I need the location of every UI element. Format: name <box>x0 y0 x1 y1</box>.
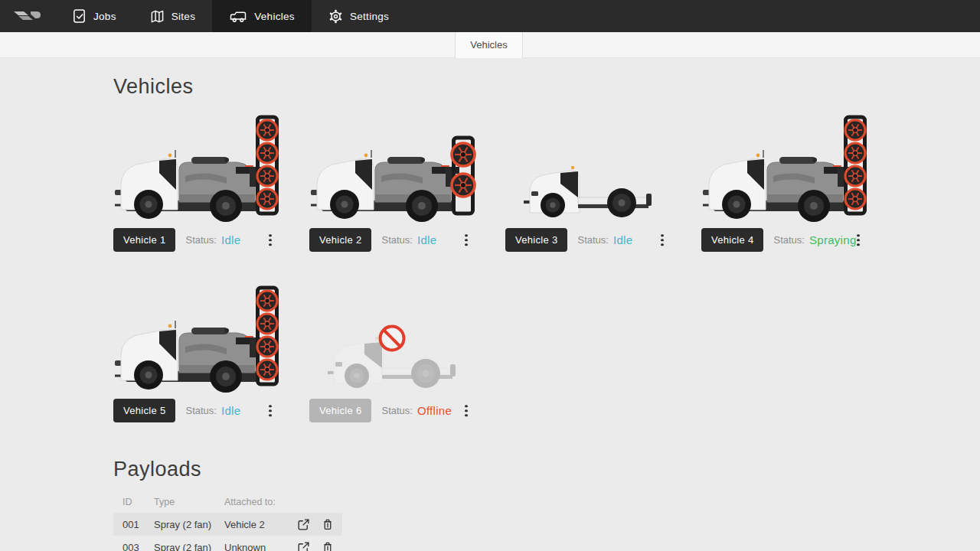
status-label: Status: <box>381 405 412 416</box>
sites-icon <box>150 9 165 24</box>
status-value: Idle <box>221 233 240 246</box>
nav-item-settings[interactable]: Settings <box>312 0 406 32</box>
status-label: Status: <box>185 405 216 416</box>
kebab-menu-button[interactable] <box>460 402 472 420</box>
open-payload-button[interactable] <box>296 540 313 551</box>
main-content: Vehicles Vehicle 1 Status: Idle <box>0 75 980 551</box>
nav-item-sites[interactable]: Sites <box>133 0 213 32</box>
header-type: Type <box>154 497 224 507</box>
status-value: Idle <box>221 404 240 417</box>
vehicle-image <box>703 115 871 222</box>
vehicle-name-button[interactable]: Vehicle 3 <box>505 228 567 252</box>
vehicles-heading: Vehicles <box>113 75 980 98</box>
top-navbar: Jobs Sites Vehicles Settings <box>0 0 980 32</box>
vehicle-grid-row-1: Vehicle 1 Status: Idle Vehicle 2 Status: <box>113 98 980 252</box>
kebab-menu-button[interactable] <box>264 402 276 420</box>
app-logo <box>0 0 55 32</box>
tab-strip: Vehicles <box>0 32 980 58</box>
vehicle-label-row: Vehicle 4 Status: Spraying <box>701 228 897 252</box>
payload-table-row: 003 Spray (2 fan) Unknown <box>113 536 342 551</box>
status-label: Status: <box>185 234 216 246</box>
header-attached-to: Attached to: <box>224 497 296 507</box>
vehicle-card: Vehicle 3 Status: Idle <box>505 98 701 252</box>
status-label: Status: <box>381 234 412 246</box>
tab-vehicles[interactable]: Vehicles <box>455 32 523 58</box>
vehicle-image <box>115 115 283 222</box>
status-value: Idle <box>613 233 632 246</box>
status-label: Status: <box>577 234 608 246</box>
nav-item-vehicles[interactable]: Vehicles <box>212 0 312 32</box>
kebab-menu-button[interactable] <box>460 231 472 249</box>
vehicle-name-button[interactable]: Vehicle 5 <box>113 399 175 422</box>
payload-id: 003 <box>113 542 154 551</box>
payload-type: Spray (2 fan) <box>154 542 224 551</box>
kebab-menu-button[interactable] <box>264 231 276 249</box>
payload-attached-to: Vehicle 2 <box>224 519 296 530</box>
payloads-table-header: ID Type Attached to: <box>113 493 342 511</box>
vehicle-label-row: Vehicle 6 Status: Offline <box>309 399 505 422</box>
kebab-menu-button[interactable] <box>656 231 668 249</box>
status-value: Offline <box>417 404 452 417</box>
vehicle-image <box>311 115 479 222</box>
vehicle-name-button[interactable]: Vehicle 1 <box>113 228 175 252</box>
status-value: Spraying <box>809 233 857 246</box>
payload-attached-to: Unknown <box>224 542 296 551</box>
vehicle-name-button[interactable]: Vehicle 6 <box>309 399 371 422</box>
vehicle-name-button[interactable]: Vehicle 2 <box>309 228 371 252</box>
delete-payload-button[interactable] <box>321 540 338 551</box>
payload-id: 001 <box>113 519 154 530</box>
status-label: Status: <box>773 234 804 246</box>
vehicle-card: Vehicle 2 Status: Idle <box>309 98 505 252</box>
jobs-icon <box>72 8 87 24</box>
vehicle-image <box>115 285 283 393</box>
no-entry-icon <box>377 323 407 354</box>
delete-payload-button[interactable] <box>321 517 338 532</box>
vehicle-image <box>507 115 675 222</box>
vehicle-card: Vehicle 1 Status: Idle <box>113 98 309 252</box>
vehicle-name-button[interactable]: Vehicle 4 <box>701 228 763 252</box>
open-payload-button[interactable] <box>296 517 313 532</box>
vehicles-icon <box>229 9 247 24</box>
vehicle-image <box>311 285 479 393</box>
payloads-table: ID Type Attached to: 001 Spray (2 fan) V… <box>113 493 342 551</box>
status-value: Idle <box>417 233 436 246</box>
vehicle-grid-row-2: Vehicle 5 Status: Idle Vehicle 6 Status:… <box>113 269 980 422</box>
nav-item-jobs[interactable]: Jobs <box>55 0 133 32</box>
kebab-menu-button[interactable] <box>852 231 864 249</box>
vehicle-label-row: Vehicle 1 Status: Idle <box>113 228 309 252</box>
vehicle-card: Vehicle 6 Status: Offline <box>309 269 505 422</box>
vehicle-label-row: Vehicle 5 Status: Idle <box>113 399 309 422</box>
vehicle-label-row: Vehicle 3 Status: Idle <box>505 228 701 252</box>
vehicle-card: Vehicle 5 Status: Idle <box>113 269 309 422</box>
settings-icon <box>328 9 343 24</box>
payload-type: Spray (2 fan) <box>154 519 224 530</box>
header-id: ID <box>113 497 154 507</box>
vehicle-label-row: Vehicle 2 Status: Idle <box>309 228 505 252</box>
vehicle-card: Vehicle 4 Status: Spraying <box>701 98 897 252</box>
payloads-heading: Payloads <box>113 458 980 481</box>
app-window: Jobs Sites Vehicles Settings Vehicles <box>0 0 980 551</box>
payload-table-row: 001 Spray (2 fan) Vehicle 2 <box>113 513 342 536</box>
